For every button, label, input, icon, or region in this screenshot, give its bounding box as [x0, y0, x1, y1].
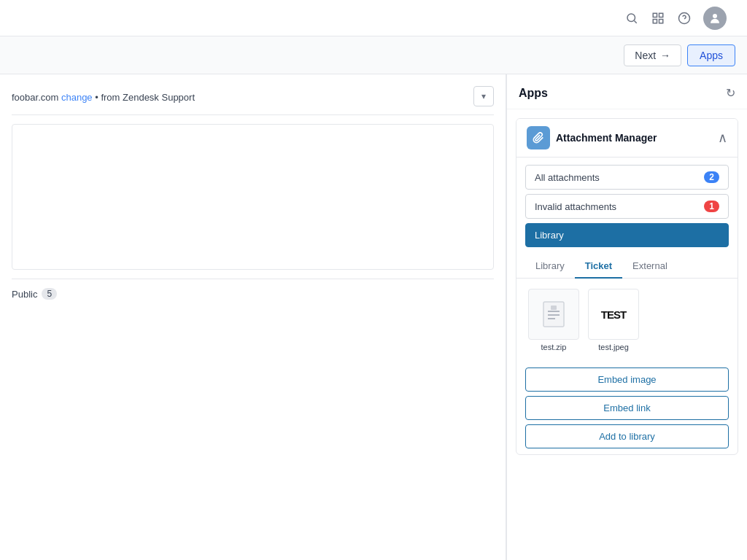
refresh-button[interactable]: ↻ [726, 86, 735, 100]
library-filter-label: Library [535, 230, 564, 241]
am-collapse-button[interactable]: ∧ [718, 130, 727, 146]
am-header-left: Attachment Manager [527, 126, 657, 149]
embed-link-button[interactable]: Embed link [525, 396, 729, 420]
svg-point-0 [627, 14, 635, 22]
svg-rect-5 [659, 19, 663, 23]
avatar[interactable] [703, 7, 727, 30]
public-label: Public [12, 289, 37, 300]
tab-external-label: External [632, 260, 667, 271]
separator-2 [12, 279, 494, 279]
am-title: Attachment Manager [556, 132, 657, 144]
all-attachments-filter[interactable]: All attachments 2 [525, 165, 729, 190]
main-layout: ▾ foobar.com change • from Zendesk Suppo… [0, 74, 747, 560]
action-buttons: Embed image Embed link Add to library [516, 362, 738, 454]
file-name-zip: test.zip [541, 343, 567, 351]
attachment-manager: Attachment Manager ∧ All attachments 2 I… [516, 118, 738, 455]
tabs-row: Library Ticket External [516, 254, 738, 279]
svg-line-1 [634, 20, 636, 23]
apps-label: Apps [700, 50, 723, 61]
help-icon[interactable] [677, 11, 692, 26]
public-section: Public 5 [12, 288, 494, 300]
panel-title: Apps [519, 87, 548, 100]
from-line: foobar.com change • from Zendesk Support [12, 92, 494, 103]
file-name-jpeg: test.jpeg [598, 343, 629, 351]
file-thumb-jpeg: TEST [588, 289, 639, 340]
tab-ticket-label: Ticket [585, 260, 612, 271]
grid-icon[interactable] [651, 11, 665, 26]
am-header: Attachment Manager ∧ [516, 119, 738, 158]
public-count: 5 [42, 288, 57, 300]
panel-header: Apps ↻ [507, 74, 747, 109]
apps-button[interactable]: Apps [687, 44, 735, 66]
file-item-zip[interactable]: test.zip [528, 289, 579, 351]
all-attachments-count: 2 [704, 171, 719, 183]
right-panel: Apps ↻ Attachment Manager ∧ [506, 74, 747, 560]
tab-ticket[interactable]: Ticket [575, 254, 622, 279]
from-suffix: • from Zendesk Support [95, 92, 195, 103]
actionbar: Next → Apps [0, 36, 747, 74]
text-compose-area[interactable] [12, 124, 494, 270]
tab-external[interactable]: External [622, 254, 678, 279]
svg-rect-4 [653, 19, 657, 23]
svg-rect-13 [551, 306, 557, 310]
all-attachments-label: All attachments [535, 172, 600, 183]
topbar [0, 0, 747, 36]
tab-library[interactable]: Library [525, 254, 575, 279]
svg-rect-2 [653, 13, 657, 17]
embed-image-label: Embed image [597, 374, 656, 385]
tab-library-label: Library [535, 260, 565, 271]
embed-link-label: Embed link [603, 402, 650, 413]
invalid-attachments-count: 1 [704, 201, 719, 212]
file-item-jpeg[interactable]: TEST test.jpeg [588, 289, 639, 351]
file-thumb-zip [528, 289, 579, 340]
next-label: Next [635, 50, 656, 61]
library-filter[interactable]: Library [525, 223, 729, 247]
dropdown-button[interactable]: ▾ [473, 86, 494, 106]
refresh-icon: ↻ [726, 86, 735, 100]
files-grid: test.zip TEST test.jpeg [516, 279, 738, 362]
svg-point-8 [713, 14, 717, 18]
attachment-manager-icon [527, 126, 550, 149]
search-icon[interactable] [624, 11, 639, 26]
separator-1 [12, 114, 494, 115]
add-to-library-label: Add to library [599, 431, 655, 442]
next-arrow-icon: → [660, 50, 670, 61]
filter-section: All attachments 2 Invalid attachments 1 … [516, 158, 738, 254]
change-link[interactable]: change [61, 92, 93, 103]
embed-image-button[interactable]: Embed image [525, 368, 729, 392]
from-domain: foobar.com [12, 92, 58, 103]
invalid-attachments-label: Invalid attachments [535, 201, 616, 212]
invalid-attachments-filter[interactable]: Invalid attachments 1 [525, 194, 729, 219]
svg-rect-3 [659, 13, 663, 17]
next-button[interactable]: Next → [624, 44, 681, 66]
add-to-library-button[interactable]: Add to library [525, 424, 729, 448]
topbar-icons [624, 7, 727, 30]
left-panel: ▾ foobar.com change • from Zendesk Suppo… [0, 74, 506, 560]
